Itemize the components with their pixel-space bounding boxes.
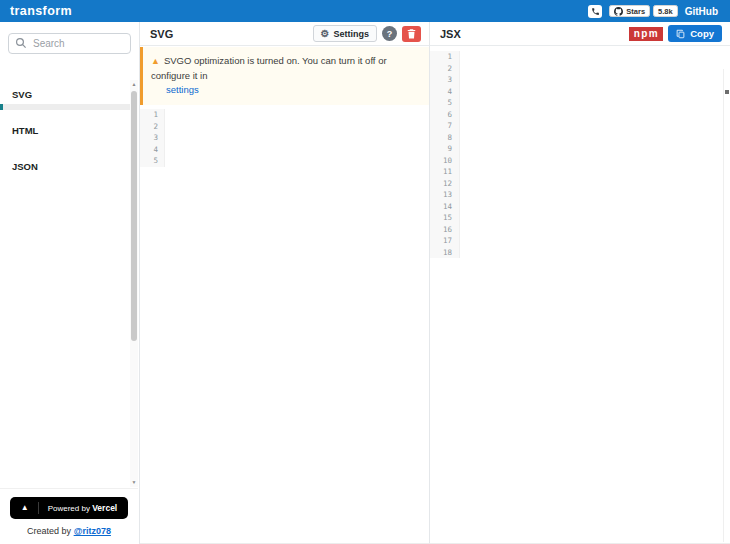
nav-section: SVG [0, 80, 130, 116]
code-line [430, 63, 730, 75]
nav-section: JSON [0, 152, 130, 290]
delete-button[interactable] [402, 26, 421, 42]
code-line-content [460, 189, 730, 201]
line-number [140, 109, 165, 121]
code-line [430, 224, 730, 236]
code-line-content [460, 51, 730, 63]
code-line-content [460, 178, 730, 190]
settings-label: Settings [333, 29, 369, 39]
copy-icon [676, 29, 685, 39]
sidebar-scroll-track [130, 89, 138, 478]
settings-button[interactable]: ⚙ Settings [313, 25, 377, 42]
vercel-triangle-icon: ▲ [21, 504, 29, 512]
scroll-down-icon[interactable]: ▼ [132, 478, 137, 487]
github-star-button[interactable]: Stars [609, 5, 650, 17]
line-number [430, 132, 460, 144]
nav-section-title: JSON [0, 152, 130, 176]
jsx-code-editor[interactable] [430, 46, 730, 258]
gear-icon: ⚙ [321, 29, 330, 39]
warning-text: SVGO optimization is turned on. You can … [151, 55, 387, 81]
phone-button[interactable] [588, 5, 602, 18]
line-number [430, 212, 460, 224]
line-number [140, 121, 165, 133]
line-number [430, 178, 460, 190]
code-line [430, 143, 730, 155]
sidebar-item[interactable] [0, 284, 130, 290]
code-line [430, 235, 730, 247]
code-line-content [460, 212, 730, 224]
code-line-content [165, 121, 429, 133]
code-line-content [460, 120, 730, 132]
code-line-content [460, 235, 730, 247]
copy-button[interactable]: Copy [668, 25, 722, 42]
code-line-content [460, 247, 730, 259]
app-logo[interactable]: transform [10, 4, 72, 18]
npm-logo[interactable]: npm [629, 27, 664, 41]
scroll-up-icon[interactable]: ▲ [132, 80, 137, 89]
line-number [140, 155, 165, 167]
app-header: transform Stars 5.8k GitHub [0, 0, 730, 22]
nav-section-title: HTML [0, 116, 130, 140]
help-button[interactable]: ? [382, 26, 397, 41]
code-line [430, 201, 730, 213]
line-number [430, 120, 460, 132]
code-line-content [460, 63, 730, 75]
code-line [430, 155, 730, 167]
jsx-scroll-thumb[interactable] [725, 90, 729, 94]
code-line [140, 132, 429, 144]
powered-by-vercel-button[interactable]: ▲ Powered by Vercel [10, 497, 128, 519]
nav-section-items [0, 176, 130, 290]
converter-nav: SVG HTML JSON [0, 80, 130, 487]
code-line-content [460, 132, 730, 144]
github-link[interactable]: GitHub [685, 6, 718, 17]
stars-label: Stars [626, 7, 645, 16]
svg-panel-actions: ⚙ Settings ? [313, 25, 421, 42]
code-line-content [165, 132, 429, 144]
code-line [430, 212, 730, 224]
line-number [430, 74, 460, 86]
jsx-output-panel: JSX npm Copy [430, 22, 730, 544]
code-line-content [460, 74, 730, 86]
github-star-count[interactable]: 5.8k [653, 5, 678, 17]
line-number [430, 51, 460, 63]
sidebar-scroll-thumb[interactable] [131, 91, 137, 341]
nav-section-items [0, 140, 130, 152]
line-number [430, 247, 460, 259]
vercel-label: Vercel [92, 503, 117, 513]
code-line [430, 189, 730, 201]
warning-icon: ▲ [151, 56, 160, 66]
nav-section: HTML [0, 116, 130, 152]
search-icon [15, 37, 27, 49]
jsx-panel-header: JSX npm Copy [430, 22, 730, 46]
line-number [140, 144, 165, 156]
code-line-content [460, 97, 730, 109]
code-line [430, 109, 730, 121]
author-link[interactable]: @ritz078 [74, 526, 111, 536]
code-line-content [460, 143, 730, 155]
code-line [430, 97, 730, 109]
svg-source-panel: SVG ⚙ Settings ? ▲SVGO optimization is t… [140, 22, 430, 544]
code-line [430, 120, 730, 132]
line-number [430, 224, 460, 236]
line-number [430, 86, 460, 98]
svg-code-editor[interactable] [140, 105, 429, 167]
code-line-content [165, 109, 429, 121]
phone-icon [591, 7, 600, 16]
code-line-content [165, 155, 429, 167]
created-by-label: Created by [27, 526, 71, 536]
line-number [430, 143, 460, 155]
code-line-content [460, 155, 730, 167]
svg-panel-title: SVG [150, 28, 173, 40]
code-line [140, 155, 429, 167]
settings-link[interactable]: settings [166, 84, 199, 95]
line-number [430, 155, 460, 167]
code-line [430, 132, 730, 144]
code-line [430, 247, 730, 259]
code-line [430, 51, 730, 63]
code-line [430, 178, 730, 190]
header-actions: Stars 5.8k GitHub [588, 5, 718, 18]
code-line [430, 74, 730, 86]
line-number [430, 63, 460, 75]
help-icon: ? [387, 29, 393, 39]
code-line-content [460, 86, 730, 98]
